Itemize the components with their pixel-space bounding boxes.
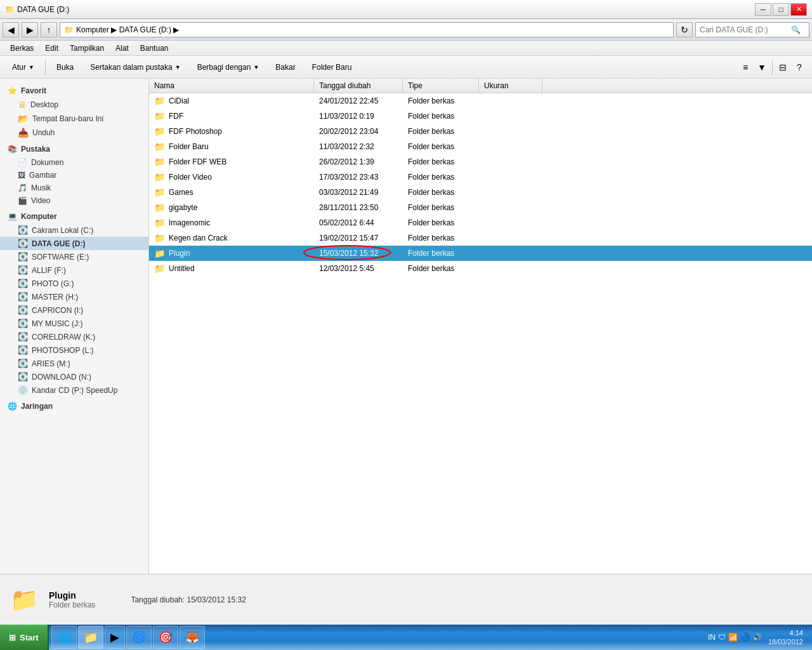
view-details-button[interactable]: ≡ [738,60,753,75]
taskbar-firefox-icon[interactable]: 🦊 [180,626,205,649]
sidebar-item-musik[interactable]: 🎵 Musik [0,182,148,194]
sidebar-item-p[interactable]: 💿 Kandar CD (P:) SpeedUp [0,383,148,397]
sidebar-item-g[interactable]: 💽 PHOTO (G:) [0,277,148,290]
sidebar-item-n[interactable]: 💽 DOWNLOAD (N:) [0,370,148,383]
taskbar-mediaplayer-icon[interactable]: ▶ [105,626,125,649]
view-arrow-button[interactable]: ▼ [754,60,769,75]
file-type: Folder berkas [403,171,479,183]
atur-button[interactable]: Atur ▼ [5,58,41,76]
address-path[interactable]: 📁 Komputer ▶ DATA GUE (D:) ▶ [60,22,674,37]
komputer-label: Komputer [21,212,57,221]
folder-icon: 📁 [154,172,165,182]
sidebar-section-pustaka: 📚 Pustaka 📄 Dokumen 🖼 Gambar 🎵 Musik 🎬 V… [0,142,148,207]
col-header-date[interactable]: Tanggal diubah [314,79,403,93]
start-button[interactable]: ⊞ Start [0,625,49,650]
folder-icon: 📁 [154,218,165,228]
preview-pane-button[interactable]: ⊟ [775,60,790,75]
close-button[interactable]: ✕ [790,3,807,16]
sidebar-item-gambar[interactable]: 🖼 Gambar [0,169,148,182]
menu-berkas[interactable]: Berkas [5,43,39,54]
file-type: Folder berkas [403,232,479,244]
sidebar-section-jaringan: 🌐 Jaringan [0,399,148,413]
berbagi-arrow: ▼ [253,64,259,70]
sidebar-item-e[interactable]: 💽 SOFTWARE (E:) [0,250,148,263]
table-row[interactable]: 📁Folder FDF WEB 26/02/2012 1:39 Folder b… [149,154,812,169]
sidebar-item-h[interactable]: 💽 MASTER (H:) [0,290,148,303]
jaringan-icon: 🌐 [8,402,17,411]
back-button[interactable]: ◀ [3,22,19,37]
up-button[interactable]: ↑ [41,22,57,37]
taskbar-app1-icon[interactable]: 🌀 [126,626,152,649]
drive-g-label: PHOTO (G:) [32,279,74,288]
start-label: Start [20,633,39,642]
sidebar-item-dokumen[interactable]: 📄 Dokumen [0,156,148,169]
table-row[interactable]: 📁Games 03/03/2012 21:49 Folder berkas [149,185,812,200]
sidebar-item-c[interactable]: 💽 Cakram Lokal (C:) [0,223,148,237]
refresh-button[interactable]: ↻ [676,22,693,37]
drive-n-icon: 💽 [18,372,28,381]
menu-bantuan[interactable]: Bantuan [135,43,174,54]
col-header-name[interactable]: Nama [149,79,314,93]
menu-alat[interactable]: Alat [110,43,134,54]
table-row[interactable]: 📁CiDial 24/01/2012 22:45 Folder berkas [149,93,812,109]
musik-icon: 🎵 [18,183,27,192]
sidebar-item-download[interactable]: 📥 Unduh [0,126,148,140]
file-name: Folder FDF WEB [169,157,226,166]
berbagi-button[interactable]: Berbagi dengan ▼ [190,58,266,76]
menu-edit[interactable]: Edit [40,43,63,54]
window-title: DATA GUE (D:) [17,5,69,14]
sidebar-item-k[interactable]: 💽 CORELDRAW (K:) [0,330,148,343]
sidebar-item-i[interactable]: 💽 CAPRICON (I:) [0,303,148,317]
jaringan-label: Jaringan [21,402,53,411]
taskbar-app2-icon[interactable]: 🎯 [153,626,178,649]
table-row[interactable]: 📁Kegen dan Crack 19/02/2012 15:47 Folder… [149,230,812,246]
toolbar: Atur ▼ Buka Sertakan dalam pustaka ▼ Ber… [0,56,812,79]
sidebar-item-recent[interactable]: 📂 Tempat Baru-baru Ini [0,112,148,126]
file-size [479,145,542,148]
pustaka-label: Pustaka [21,145,50,154]
file-name: CiDial [169,96,189,105]
taskbar-explorer-icon[interactable]: 📁 [78,626,103,649]
drive-i-icon: 💽 [18,305,28,315]
table-row[interactable]: 📁Imagenomic 05/02/2012 6:44 Folder berka… [149,215,812,230]
file-size [479,100,542,102]
file-size [479,206,542,209]
sidebar-item-j[interactable]: 💽 MY MUSIC (J:) [0,317,148,330]
table-row[interactable]: 📁gigabyte 28/11/2011 23:50 Folder berkas [149,200,812,215]
table-row[interactable]: 📁Folder Baru 11/03/2012 2:32 Folder berk… [149,139,812,154]
folder-icon: 📁 [154,263,165,274]
table-row-plugin[interactable]: 📁Plugin 15/03/2012 15:32 Folder berkas [149,246,812,261]
help-button[interactable]: ? [792,60,807,75]
file-name: Folder Baru [169,142,209,151]
sertakan-button[interactable]: Sertakan dalam pustaka ▼ [83,58,187,76]
download-icon: 📥 [18,128,29,138]
sidebar-item-f[interactable]: 💽 ALLIF (F:) [0,263,148,277]
sidebar-item-l[interactable]: 💽 PHOTOSHOP (L:) [0,343,148,357]
table-row[interactable]: 📁FDF 11/03/2012 0:19 Folder berkas [149,109,812,124]
drive-h-label: MASTER (H:) [32,293,78,302]
taskbar-ie-icon[interactable]: 🌐 [51,626,77,649]
buka-button[interactable]: Buka [49,58,81,76]
maximize-button[interactable]: □ [773,3,789,16]
sidebar-item-video[interactable]: 🎬 Video [0,194,148,207]
col-header-size[interactable]: Ukuran [479,79,542,93]
drive-j-label: MY MUSIC (J:) [32,319,82,328]
folder-baru-button[interactable]: Folder Baru [305,58,359,76]
forward-button[interactable]: ▶ [22,22,38,37]
sidebar-item-desktop[interactable]: 🖥 Desktop [0,98,148,112]
folder-icon: 📁 [154,126,165,136]
minimize-button[interactable]: ─ [755,3,771,16]
sidebar-item-d[interactable]: 💽 DATA GUE (D:) [0,237,148,250]
menu-tampilkan[interactable]: Tampilkan [65,43,109,54]
search-input[interactable] [700,25,789,34]
sidebar-item-m[interactable]: 💽 ARIES (M:) [0,357,148,370]
table-row[interactable]: 📁FDF Photoshop 20/02/2012 23:04 Folder b… [149,124,812,139]
table-row[interactable]: 📁Folder Video 17/03/2012 23:43 Folder be… [149,169,812,185]
table-row[interactable]: 📁Untitled 12/03/2012 5:45 Folder berkas [149,261,812,276]
file-name: Untitled [169,264,195,273]
col-header-type[interactable]: Tipe [403,79,479,93]
drive-n-label: DOWNLOAD (N:) [32,373,91,381]
file-date: 15/03/2012 15:32 [314,248,403,259]
bakar-button[interactable]: Bakar [268,58,302,76]
sidebar: ⭐ Favorit 🖥 Desktop 📂 Tempat Baru-baru I… [0,79,149,574]
